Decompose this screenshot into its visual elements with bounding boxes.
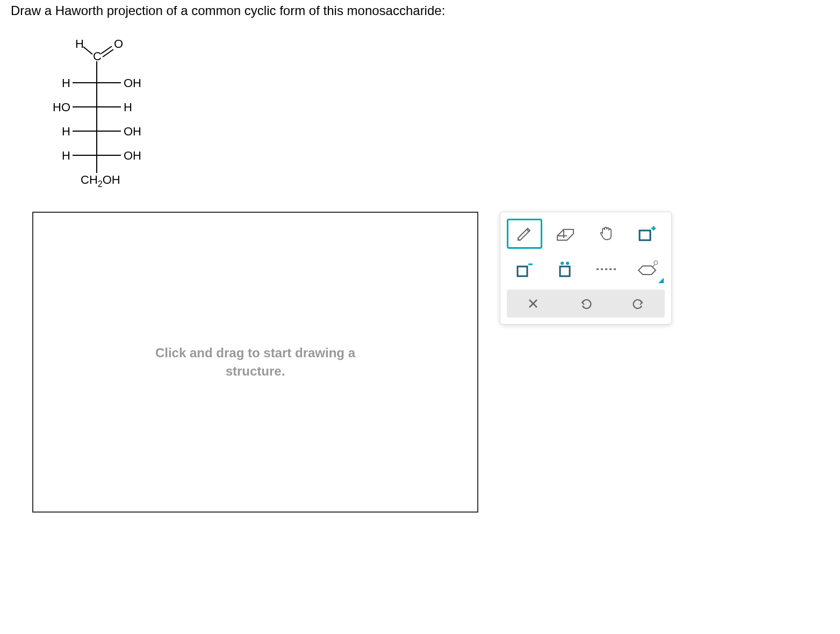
lone-pair-tool[interactable]	[548, 254, 583, 284]
dashed-bond-tool[interactable]	[588, 254, 624, 284]
c1-o-bond2	[103, 49, 113, 57]
redo-button[interactable]	[614, 292, 663, 315]
c5-right: OH	[124, 149, 141, 162]
c1-h-bond	[83, 47, 92, 54]
undo-button[interactable]	[562, 292, 610, 315]
close-icon	[528, 298, 539, 309]
c1-c-label: C	[93, 49, 102, 63]
move-tool[interactable]	[588, 219, 624, 249]
eraser-tool[interactable]	[548, 219, 583, 249]
undo-icon	[579, 297, 592, 310]
svg-point-10	[566, 262, 569, 265]
toolbar: O	[500, 212, 672, 325]
ring-template-icon: O	[635, 260, 659, 279]
pencil-tool[interactable]	[507, 219, 542, 249]
svg-rect-3	[640, 230, 650, 240]
eraser-icon	[555, 226, 576, 241]
c1-o-label: O	[114, 37, 123, 51]
tool-row-2: O	[507, 254, 665, 284]
c5-left: H	[62, 149, 70, 162]
pencil-icon	[515, 224, 534, 243]
select-icon	[637, 225, 657, 242]
negative-charge-tool[interactable]	[507, 254, 542, 284]
tool-row-1	[507, 219, 665, 249]
action-row	[507, 290, 665, 318]
selection-tool[interactable]	[629, 219, 665, 249]
lone-pair-icon	[557, 261, 574, 277]
c3-right: H	[124, 100, 132, 114]
redo-icon	[632, 297, 645, 310]
c6-label: CH2OH	[81, 173, 120, 189]
c2-left: H	[62, 76, 70, 90]
svg-rect-6	[518, 266, 527, 276]
svg-rect-8	[560, 266, 570, 276]
c3-left: HO	[53, 100, 70, 114]
template-dropdown-indicator	[658, 278, 664, 283]
c2-right: OH	[124, 76, 141, 90]
clear-button[interactable]	[509, 292, 557, 315]
ring-template-tool[interactable]: O	[629, 254, 665, 284]
hand-icon	[597, 225, 615, 243]
canvas-hint: Click and drag to start drawing a struct…	[155, 344, 355, 380]
drawing-area: Click and drag to start drawing a struct…	[32, 212, 829, 513]
c1-h-label: H	[75, 37, 84, 51]
c4-left: H	[62, 125, 70, 138]
fischer-projection: H C O H OH HO H H OH H OH CH2OH	[43, 34, 150, 190]
c1-o-bond1	[101, 46, 112, 54]
negative-charge-icon	[515, 261, 534, 277]
question-text: Draw a Haworth projection of a common cy…	[11, 3, 829, 18]
drawing-canvas[interactable]: Click and drag to start drawing a struct…	[32, 212, 478, 513]
dashed-bond-icon	[595, 266, 617, 272]
c4-right: OH	[124, 125, 141, 138]
svg-point-9	[561, 262, 564, 265]
